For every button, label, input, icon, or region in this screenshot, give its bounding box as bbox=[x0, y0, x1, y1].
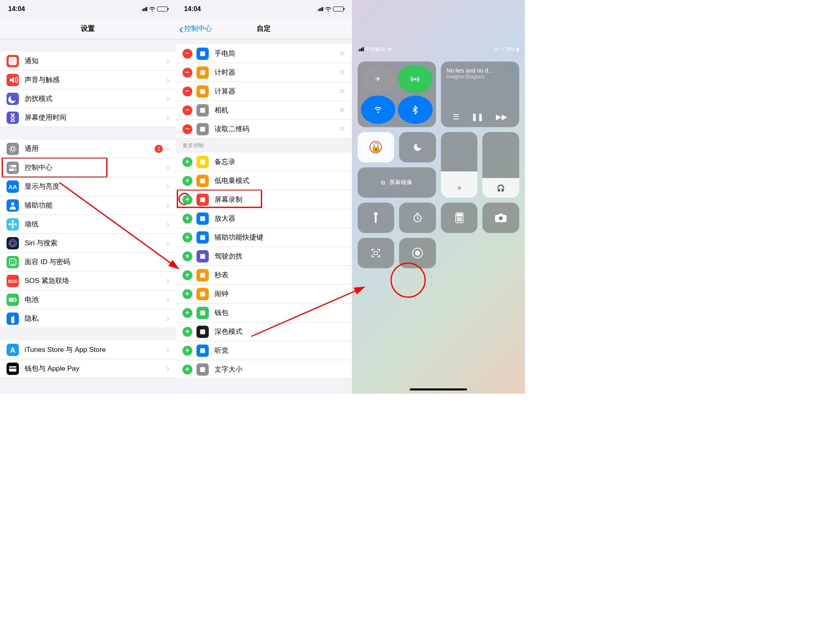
person-icon bbox=[7, 199, 19, 212]
settings-row-group3-1[interactable]: 钱包与 Apple Pay› bbox=[0, 359, 176, 378]
add-button[interactable]: + bbox=[183, 157, 192, 167]
cellular-toggle[interactable] bbox=[398, 65, 433, 93]
settings-row-group2-8[interactable]: 电池› bbox=[0, 290, 176, 309]
remove-button[interactable]: − bbox=[183, 105, 192, 115]
remove-button[interactable]: − bbox=[183, 124, 192, 134]
settings-row-group2-2[interactable]: AA显示与亮度› bbox=[0, 177, 176, 196]
control-row-included-4[interactable]: −读取二维码≡ bbox=[176, 120, 352, 139]
control-row-included-2[interactable]: −计算器≡ bbox=[176, 82, 352, 101]
add-button[interactable]: + bbox=[183, 176, 192, 186]
back-button[interactable]: 控制中心 bbox=[179, 24, 212, 33]
orientation-lock-tile[interactable]: 🔒 bbox=[358, 132, 395, 162]
drag-handle-icon[interactable]: ≡ bbox=[340, 49, 345, 58]
settings-row-group2-0[interactable]: 通用1› bbox=[0, 139, 176, 158]
control-row-more-3[interactable]: +放大器 bbox=[176, 209, 352, 228]
svg-point-15 bbox=[11, 241, 15, 245]
svg-rect-38 bbox=[200, 291, 205, 296]
add-button[interactable]: + bbox=[183, 195, 192, 205]
settings-row-group3-0[interactable]: AiTunes Store 与 App Store› bbox=[0, 340, 176, 359]
add-button[interactable]: + bbox=[183, 233, 192, 242]
svg-rect-34 bbox=[200, 216, 205, 221]
control-row-more-4[interactable]: +辅助功能快捷键 bbox=[176, 228, 352, 247]
airplane-toggle[interactable]: ✈ bbox=[361, 65, 396, 93]
add-button[interactable]: + bbox=[183, 270, 192, 280]
control-row-more-2[interactable]: +屏幕录制 bbox=[176, 190, 352, 209]
wifi-toggle[interactable] bbox=[361, 96, 396, 124]
add-button[interactable]: + bbox=[183, 346, 192, 356]
control-row-more-8[interactable]: +钱包 bbox=[176, 304, 352, 322]
next-icon[interactable]: ▶▶ bbox=[496, 112, 507, 121]
notification-badge: 1 bbox=[155, 145, 163, 153]
drag-handle-icon[interactable]: ≡ bbox=[340, 68, 345, 77]
remove-button[interactable]: − bbox=[183, 68, 192, 78]
volume-slider[interactable]: 🎧 bbox=[482, 132, 519, 198]
status-time: 14:04 bbox=[184, 5, 317, 13]
settings-row-group1-0[interactable]: 通知› bbox=[0, 52, 176, 71]
media-tile[interactable]: ◎ No lies and no d… Imagine Dragons ☰ ❚❚… bbox=[441, 62, 519, 127]
control-row-included-0[interactable]: −手电筒≡ bbox=[176, 44, 352, 63]
control-row-more-6[interactable]: +秒表 bbox=[176, 266, 352, 285]
control-row-more-7[interactable]: +闹钟 bbox=[176, 285, 352, 304]
pause-icon[interactable]: ❚❚ bbox=[471, 112, 484, 121]
svg-rect-22 bbox=[10, 299, 14, 301]
control-label: 低电量模式 bbox=[215, 176, 345, 185]
row-label: 通用 bbox=[25, 144, 155, 153]
dnd-tile[interactable] bbox=[399, 132, 436, 162]
chevron-right-icon: › bbox=[166, 257, 169, 267]
control-row-included-3[interactable]: −相机≡ bbox=[176, 101, 352, 120]
svg-text:SOS: SOS bbox=[8, 279, 17, 284]
home-indicator[interactable] bbox=[410, 388, 467, 390]
settings-row-group2-5[interactable]: Siri 与搜索› bbox=[0, 234, 176, 253]
svg-point-4 bbox=[10, 165, 11, 167]
svg-rect-41 bbox=[200, 348, 205, 353]
control-row-included-1[interactable]: −计时器≡ bbox=[176, 63, 352, 82]
add-button[interactable]: + bbox=[183, 365, 192, 374]
control-row-more-1[interactable]: +低电量模式 bbox=[176, 171, 352, 190]
drag-handle-icon[interactable]: ≡ bbox=[340, 125, 345, 133]
settings-row-group2-3[interactable]: 辅助功能› bbox=[0, 196, 176, 215]
add-button[interactable]: + bbox=[183, 327, 192, 337]
add-button[interactable]: + bbox=[183, 289, 192, 299]
flashlight-tile[interactable] bbox=[358, 203, 395, 233]
settings-row-group1-3[interactable]: 屏幕使用时间› bbox=[0, 108, 176, 127]
menu-icon[interactable]: ☰ bbox=[453, 112, 459, 121]
bluetooth-toggle[interactable] bbox=[398, 96, 433, 124]
remove-button[interactable]: − bbox=[183, 87, 192, 96]
hourglass-icon bbox=[7, 112, 19, 124]
settings-row-group2-9[interactable]: 隐私› bbox=[0, 309, 176, 328]
control-row-more-11[interactable]: +文字大小 bbox=[176, 360, 352, 379]
settings-row-group1-1[interactable]: 声音与触感› bbox=[0, 71, 176, 89]
screen-record-tile[interactable] bbox=[399, 238, 436, 268]
remove-button[interactable]: − bbox=[183, 49, 192, 59]
control-row-more-0[interactable]: +备忘录 bbox=[176, 153, 352, 171]
control-row-more-5[interactable]: +驾驶勿扰 bbox=[176, 247, 352, 266]
settings-row-group2-7[interactable]: SOSSOS 紧急联络› bbox=[0, 272, 176, 290]
timer-tile[interactable] bbox=[399, 203, 436, 233]
drag-handle-icon[interactable]: ≡ bbox=[340, 106, 345, 114]
calculator-tile[interactable] bbox=[441, 203, 478, 233]
add-button[interactable]: + bbox=[183, 214, 192, 224]
settings-row-group2-1[interactable]: 控制中心› bbox=[0, 158, 176, 177]
settings-row-group2-6[interactable]: 面容 ID 与密码› bbox=[0, 253, 176, 272]
add-button[interactable]: + bbox=[183, 308, 192, 318]
control-label: 听觉 bbox=[215, 346, 345, 355]
control-row-more-10[interactable]: +听觉 bbox=[176, 341, 352, 360]
camera-tile[interactable] bbox=[482, 203, 519, 233]
settings-row-group2-4[interactable]: 墙纸› bbox=[0, 215, 176, 234]
row-label: 面容 ID 与密码 bbox=[25, 257, 166, 267]
control-label: 放大器 bbox=[215, 214, 345, 223]
add-button[interactable]: + bbox=[183, 251, 192, 261]
nav-title: 自定 bbox=[257, 24, 271, 33]
brightness-slider[interactable]: ☀ bbox=[441, 132, 478, 198]
settings-row-group1-2[interactable]: 勿扰模式› bbox=[0, 89, 176, 108]
drag-handle-icon[interactable]: ≡ bbox=[340, 87, 345, 96]
screen-mirroring-tile[interactable]: ⧉ 屏幕镜像 bbox=[358, 167, 436, 198]
control-center-screen: 中国移动 ⟳ ♫ 78% ▮ ✈ ◎ No lies and no d… Ima… bbox=[352, 0, 525, 394]
airplay-icon[interactable]: ◎ bbox=[510, 65, 516, 73]
connectivity-tile[interactable]: ✈ bbox=[358, 62, 436, 127]
svg-rect-37 bbox=[200, 272, 205, 277]
svg-rect-32 bbox=[200, 178, 205, 183]
A-icon: A bbox=[7, 344, 19, 356]
qr-tile[interactable] bbox=[358, 238, 395, 268]
control-row-more-9[interactable]: +深色模式 bbox=[176, 322, 352, 341]
